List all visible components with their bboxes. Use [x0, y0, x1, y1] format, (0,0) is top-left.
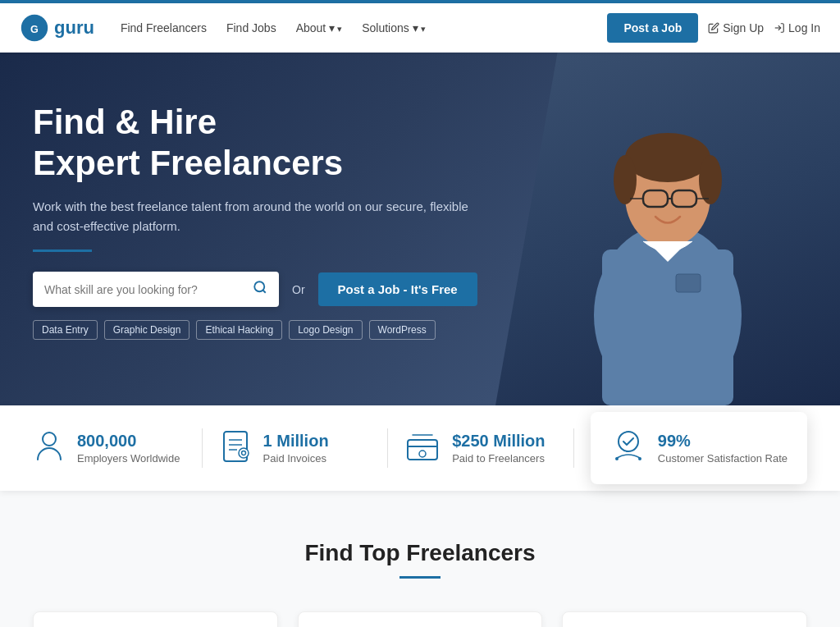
hero-tag-graphic-design[interactable]: Graphic Design: [104, 320, 190, 340]
stat-satisfaction: 99% Customer Satisfaction Rate: [591, 412, 807, 484]
invoices-number: 1 Million: [263, 432, 329, 451]
stat-invoices: 1 Million Paid Invoices: [219, 428, 372, 468]
hero-tags: Data Entry Graphic Design Ethical Hackin…: [33, 320, 492, 340]
section-divider: [399, 576, 441, 579]
paid-number: $250 Million: [452, 432, 545, 451]
invoices-label: Paid Invoices: [263, 452, 329, 465]
logo[interactable]: G guru: [20, 13, 94, 43]
login-label: Log In: [788, 21, 820, 34]
hero-divider: [33, 249, 92, 252]
chevron-down-icon: ▾: [329, 21, 335, 34]
hero-subtitle: Work with the best freelance talent from…: [33, 197, 492, 236]
svg-point-27: [419, 451, 426, 457]
stat-satisfaction-text: 99% Customer Satisfaction Rate: [658, 432, 788, 465]
hero-tag-ethical-hacking[interactable]: Ethical Hacking: [196, 320, 282, 340]
svg-point-28: [619, 432, 638, 451]
employers-label: Employers Worldwide: [77, 452, 180, 465]
or-text: Or: [292, 283, 305, 296]
nav-actions: Post a Job Sign Up Log In: [607, 13, 820, 43]
find-section: Find Top Freelancers: [0, 491, 840, 627]
svg-point-10: [699, 155, 722, 204]
nav-about[interactable]: About ▾: [296, 21, 343, 34]
svg-line-4: [262, 291, 265, 293]
stat-invoices-text: 1 Million Paid Invoices: [263, 432, 329, 465]
stat-divider-2: [387, 428, 388, 468]
logo-text: guru: [54, 17, 94, 39]
stat-paid-text: $250 Million Paid to Freelancers: [452, 432, 545, 465]
nav-signup-button[interactable]: Sign Up: [708, 21, 764, 34]
freelancer-card-creative[interactable]: [562, 611, 807, 627]
svg-point-9: [614, 155, 637, 204]
hero-title: Find & Hire Expert Freelancers: [33, 102, 492, 185]
nav-post-job-button[interactable]: Post a Job: [607, 13, 698, 43]
freelancer-cards: [33, 611, 807, 627]
svg-point-29: [615, 457, 619, 460]
search-input[interactable]: [44, 283, 253, 296]
person-silhouette: [536, 53, 799, 405]
satisfaction-label: Customer Satisfaction Rate: [658, 452, 788, 465]
svg-point-30: [638, 457, 641, 460]
nav-solutions[interactable]: Solutions ▾: [362, 21, 426, 34]
svg-point-18: [43, 432, 56, 446]
search-icon: [253, 280, 267, 295]
freelancer-card-design[interactable]: [298, 611, 543, 627]
stat-divider-3: [573, 428, 574, 468]
paid-label: Paid to Freelancers: [452, 452, 545, 465]
svg-point-23: [239, 448, 249, 458]
nav-find-jobs[interactable]: Find Jobs: [226, 21, 276, 34]
signup-label: Sign Up: [723, 21, 764, 34]
edit-icon: [708, 22, 719, 34]
chevron-down-icon: ▾: [413, 21, 418, 34]
employers-number: 800,000: [77, 432, 180, 451]
nav-find-freelancers[interactable]: Find Freelancers: [121, 21, 207, 34]
satisfaction-icon: [610, 428, 646, 468]
svg-rect-17: [676, 274, 701, 292]
post-job-button[interactable]: Post a Job - It's Free: [318, 272, 477, 306]
stat-employers-text: 800,000 Employers Worldwide: [77, 432, 180, 465]
nav-login-button[interactable]: Log In: [774, 21, 820, 34]
nav-links: Find Freelancers Find Jobs About ▾ Solut…: [121, 21, 608, 34]
login-icon: [774, 22, 785, 34]
navigation: G guru Find Freelancers Find Jobs About …: [0, 3, 840, 53]
search-button[interactable]: [253, 280, 267, 299]
hero-person-image: [495, 53, 840, 405]
svg-point-8: [625, 133, 710, 182]
hero-content: Find & Hire Expert Freelancers Work with…: [33, 102, 492, 341]
hero-tag-logo-design[interactable]: Logo Design: [289, 320, 362, 340]
hero-tag-wordpress[interactable]: WordPress: [369, 320, 436, 340]
stat-paid: $250 Million Paid to Freelancers: [404, 428, 557, 468]
svg-rect-16: [602, 249, 733, 405]
find-section-title: Find Top Freelancers: [33, 540, 807, 566]
svg-text:G: G: [30, 24, 39, 35]
stat-divider-1: [202, 428, 203, 468]
hero-tag-data-entry[interactable]: Data Entry: [33, 320, 98, 340]
stats-bar: 800,000 Employers Worldwide 1 Million Pa…: [0, 405, 840, 491]
search-box: [33, 272, 279, 307]
hero-search-row: Or Post a Job - It's Free: [33, 272, 492, 307]
invoices-icon: [219, 428, 252, 468]
freelancer-card-programming[interactable]: [33, 611, 278, 627]
employers-icon: [33, 428, 66, 468]
paid-icon: [404, 428, 441, 468]
satisfaction-number: 99%: [658, 432, 788, 451]
stat-employers: 800,000 Employers Worldwide: [33, 428, 185, 468]
hero-section: Find & Hire Expert Freelancers Work with…: [0, 53, 840, 405]
svg-point-3: [254, 282, 264, 292]
